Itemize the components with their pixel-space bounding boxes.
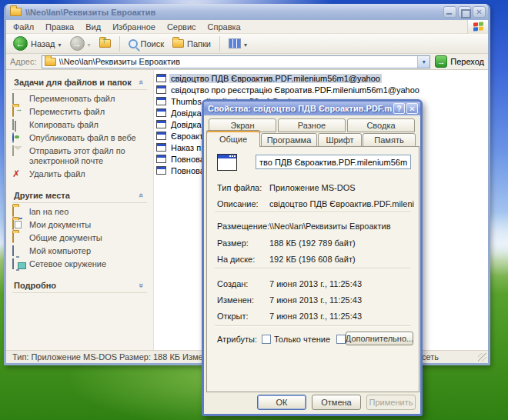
menu-edit[interactable]: Правка xyxy=(45,22,74,32)
sidebar-item-copy-file[interactable]: Копировать файл xyxy=(12,120,147,130)
ok-button[interactable]: ОК xyxy=(257,395,306,410)
attributes-label: Атрибуты: xyxy=(217,335,262,344)
msdos-file-icon xyxy=(156,143,166,152)
field-row: Описание: свідоцтво ПДВ Євроактив.PDF.mi… xyxy=(217,199,414,208)
sidebar-item-network[interactable]: Сетевое окружение xyxy=(12,259,147,269)
sidebar-item-label: Отправить этот файл по электронной почте xyxy=(29,146,147,166)
back-dropdown-icon[interactable] xyxy=(58,39,62,48)
address-dropdown-button[interactable] xyxy=(417,56,429,68)
sidebar-item-label: Опубликовать файл в вебе xyxy=(29,133,136,143)
maximize-button[interactable] xyxy=(458,6,471,18)
readonly-checkbox-group: Только чтение xyxy=(262,335,330,344)
field-label: Размер: xyxy=(217,238,269,248)
msdos-file-icon xyxy=(156,97,166,105)
views-icon xyxy=(229,38,241,48)
sidebar-item-delete-file[interactable]: ✗ Удалить файл xyxy=(12,169,147,179)
menu-help[interactable]: Справка xyxy=(208,22,241,32)
dialog-close-button[interactable]: ✕ xyxy=(406,103,418,114)
sidebar-item-rename-file[interactable]: Переименовать файл xyxy=(12,94,147,104)
shared-documents-icon xyxy=(12,233,25,243)
views-dropdown-icon xyxy=(244,39,247,48)
tab-general[interactable]: Общие xyxy=(206,130,260,147)
menu-bar: Файл Правка Вид Избранное Сервис Справка xyxy=(6,20,488,34)
field-label: Создан: xyxy=(217,279,269,288)
network-icon xyxy=(12,259,25,269)
search-label: Поиск xyxy=(141,39,164,48)
filename-input[interactable] xyxy=(256,155,411,169)
forward-icon xyxy=(70,36,85,51)
delete-icon: ✗ xyxy=(12,169,25,179)
msdos-file-icon xyxy=(156,155,166,163)
dialog-actions: ОК Отмена Применить xyxy=(257,395,416,410)
file-row[interactable]: свідоцтво про реєстрацію Євроатив.PDF.mi… xyxy=(156,84,488,95)
toolbar-separator xyxy=(219,36,220,52)
file-name: свідоцтво про реєстрацію Євроатив.PDF.mi… xyxy=(169,85,421,95)
apply-button[interactable]: Применить xyxy=(366,395,416,410)
tab-misc[interactable]: Разное xyxy=(278,118,346,132)
readonly-checkbox[interactable] xyxy=(262,335,271,344)
file-row[interactable]: свідоцтво ПДВ Євроактив.PDF.milenium56m1… xyxy=(156,72,488,84)
tab-memory[interactable]: Память xyxy=(363,133,416,147)
sidebar-item-lan-on-neo[interactable]: lan на neo xyxy=(12,207,147,217)
field-value: 7 июня 2013 г., 11:25:43 xyxy=(269,279,362,288)
menu-tools[interactable]: Сервис xyxy=(167,22,196,32)
msdos-file-icon xyxy=(156,166,166,175)
advanced-button[interactable]: Дополнительно... xyxy=(346,332,413,345)
address-folder-icon xyxy=(45,58,56,66)
details-header[interactable]: Подробно xyxy=(12,279,147,293)
menu-file[interactable]: Файл xyxy=(13,22,34,32)
field-value: \\Neo\lan\Реквизиты Евроактив xyxy=(269,222,391,231)
folders-button[interactable]: Папки xyxy=(170,38,213,50)
copy-file-icon xyxy=(12,120,25,130)
help-button[interactable]: ? xyxy=(393,103,405,114)
resize-grip[interactable] xyxy=(478,353,486,362)
properties-dialog: Свойства: свідоцтво ПДВ Євроактив.PDF.mi… xyxy=(202,99,423,416)
msdos-file-icon xyxy=(156,85,166,94)
back-button[interactable]: Назад xyxy=(11,35,64,52)
details-section: Подробно xyxy=(12,279,147,293)
field-label: Описание: xyxy=(217,199,269,208)
tab-program[interactable]: Программа xyxy=(261,133,317,147)
sidebar-item-email-file[interactable]: Отправить этот файл по электронной почте xyxy=(12,146,147,166)
sidebar-item-publish-file[interactable]: Опубликовать файл в вебе xyxy=(12,133,147,143)
general-tab-page: Тип файла: Приложение MS-DOS Описание: с… xyxy=(206,146,419,392)
file-tasks-header[interactable]: Задачи для файлов и папок xyxy=(12,76,147,90)
cancel-button[interactable]: Отмена xyxy=(312,395,361,410)
close-button[interactable] xyxy=(473,6,486,18)
go-button[interactable]: Переход xyxy=(435,55,484,68)
tab-summary[interactable]: Сводка xyxy=(347,118,415,132)
sidebar-item-shared-documents[interactable]: Общие документы xyxy=(12,233,147,243)
task-sidebar: Задачи для файлов и папок Переименовать … xyxy=(6,70,154,350)
up-button[interactable] xyxy=(97,38,113,49)
other-places-header[interactable]: Другие места xyxy=(12,189,147,203)
field-value: 7 июня 2013 г., 11:25:43 xyxy=(269,312,362,321)
details-title: Подробно xyxy=(14,281,56,290)
email-icon xyxy=(12,146,25,156)
field-row: Открыт: 7 июня 2013 г., 11:25:43 xyxy=(217,312,414,321)
msdos-file-icon xyxy=(156,74,166,82)
menu-view[interactable]: Вид xyxy=(85,22,101,32)
separator xyxy=(215,325,411,327)
sidebar-item-label: Общие документы xyxy=(29,233,102,243)
tab-font[interactable]: Шрифт xyxy=(318,133,362,147)
dialog-titlebar[interactable]: Свойства: свідоцтво ПДВ Євроактив.PDF.mi… xyxy=(204,102,420,115)
sidebar-item-my-computer[interactable]: Мой компьютер xyxy=(12,246,147,256)
sidebar-item-my-documents[interactable]: Мои документы xyxy=(12,220,147,230)
shared-folder-icon xyxy=(12,207,25,217)
sidebar-item-move-file[interactable]: Переместить файл xyxy=(12,107,147,117)
field-value: 192 КБ (196 608 байт) xyxy=(269,255,356,264)
windows-logo-icon xyxy=(467,20,488,34)
move-file-icon xyxy=(12,107,25,117)
address-value[interactable]: \\Neo\lan\Реквизиты Евроактив xyxy=(59,57,415,66)
address-combobox[interactable]: \\Neo\lan\Реквизиты Евроактив xyxy=(42,55,431,68)
my-documents-icon xyxy=(12,220,25,230)
chevron-down-icon xyxy=(139,282,144,289)
field-row: Размер: 188 КБ (192 789 байт) xyxy=(217,238,414,248)
hidden-checkbox[interactable] xyxy=(336,335,346,344)
minimize-button[interactable] xyxy=(443,6,456,18)
menu-favorites[interactable]: Избранное xyxy=(112,22,155,32)
views-button[interactable] xyxy=(226,37,249,50)
search-button[interactable]: Поиск xyxy=(126,38,166,50)
forward-button[interactable] xyxy=(68,35,93,52)
explorer-titlebar[interactable]: \\Neo\lan\Реквизиты Евроактив xyxy=(6,4,488,20)
